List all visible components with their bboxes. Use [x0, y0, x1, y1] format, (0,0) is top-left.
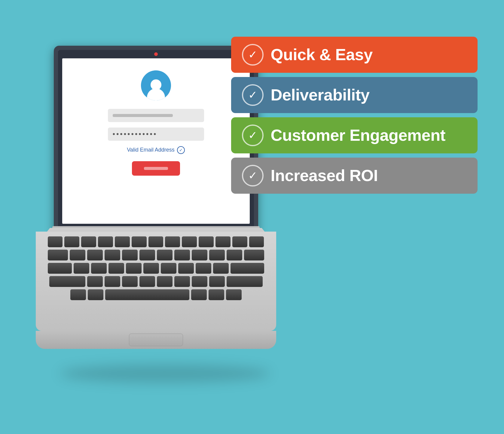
key	[157, 276, 173, 287]
badge-customer-engagement: ✓ Customer Engagement	[231, 117, 478, 153]
key	[196, 263, 211, 274]
key	[139, 250, 155, 260]
key	[88, 289, 103, 300]
badge-deliverability: ✓ Deliverability	[231, 77, 478, 113]
keyboard-row-4	[48, 276, 264, 287]
keyboard-row-5	[48, 289, 264, 300]
badge-increased-roi: ✓ Increased ROI	[231, 158, 478, 194]
trackpad[interactable]	[129, 334, 183, 346]
key	[91, 263, 107, 274]
key	[161, 263, 176, 274]
spacebar-key	[105, 289, 189, 300]
increased-roi-label: Increased ROI	[271, 167, 378, 184]
submit-button-label	[144, 167, 168, 170]
laptop-screen: •••••••••••• Valid Email Address ✓	[62, 58, 250, 224]
key	[143, 263, 159, 274]
quick-easy-label: Quick & Easy	[271, 46, 373, 63]
check-icon: ✓	[248, 49, 257, 60]
key	[48, 250, 68, 260]
valid-email-label: Valid Email Address	[127, 147, 175, 153]
trackpad-area	[36, 331, 276, 349]
username-field[interactable]	[108, 109, 204, 122]
key	[209, 276, 225, 287]
key	[49, 276, 85, 287]
key	[192, 250, 207, 260]
keyboard-row-1	[48, 236, 264, 247]
key	[191, 289, 207, 300]
key	[232, 236, 247, 247]
valid-email-row: Valid Email Address ✓	[127, 146, 185, 154]
key	[226, 289, 242, 300]
key	[115, 236, 130, 247]
deliverability-label: Deliverability	[271, 86, 370, 104]
avatar	[141, 70, 171, 100]
key	[87, 250, 103, 260]
keyboard	[36, 232, 276, 331]
key	[108, 263, 124, 274]
check-icon: ✓	[248, 130, 257, 141]
key	[174, 276, 190, 287]
password-dots: ••••••••••••	[113, 130, 157, 138]
key	[105, 276, 120, 287]
key	[209, 250, 225, 260]
avatar-body	[147, 88, 165, 100]
key	[70, 250, 85, 260]
key	[157, 250, 173, 260]
laptop-screen-body: •••••••••••• Valid Email Address ✓	[54, 46, 258, 232]
key	[48, 236, 63, 247]
key	[209, 289, 224, 300]
key	[81, 236, 96, 247]
badges-panel: ✓ Quick & Easy ✓ Deliverability ✓ Custom…	[231, 37, 478, 194]
scene: •••••••••••• Valid Email Address ✓	[27, 22, 478, 413]
key	[199, 236, 214, 247]
keyboard-row-2	[48, 250, 264, 260]
submit-button[interactable]	[132, 161, 180, 176]
key	[139, 276, 155, 287]
key	[64, 236, 79, 247]
quick-easy-check-icon: ✓	[242, 44, 264, 66]
key	[231, 263, 264, 274]
key	[122, 276, 138, 287]
key	[174, 250, 190, 260]
valid-email-check-icon: ✓	[177, 146, 185, 154]
key	[48, 263, 72, 274]
key	[105, 250, 120, 260]
key	[132, 236, 147, 247]
key	[70, 289, 86, 300]
key	[192, 276, 207, 287]
increased-roi-check-icon: ✓	[242, 165, 264, 186]
password-field[interactable]: ••••••••••••	[108, 128, 204, 141]
key	[215, 236, 231, 247]
deliverability-check-icon: ✓	[242, 84, 264, 106]
key	[74, 263, 89, 274]
screen-bezel: •••••••••••• Valid Email Address ✓	[58, 50, 254, 228]
key	[87, 276, 103, 287]
key	[148, 236, 163, 247]
key	[227, 250, 242, 260]
key	[165, 236, 180, 247]
badge-quick-easy: ✓ Quick & Easy	[231, 37, 478, 73]
key	[122, 250, 138, 260]
laptop-camera	[154, 52, 158, 56]
key	[98, 236, 113, 247]
check-icon: ✓	[248, 170, 257, 181]
avatar-person	[147, 79, 165, 100]
customer-engagement-label: Customer Engagement	[271, 126, 446, 144]
key	[178, 263, 194, 274]
key	[182, 236, 197, 247]
customer-engagement-check-icon: ✓	[242, 125, 264, 146]
key	[227, 276, 263, 287]
keyboard-area	[36, 232, 276, 346]
key	[213, 263, 229, 274]
key	[249, 236, 264, 247]
key	[244, 250, 264, 260]
username-placeholder	[113, 114, 173, 117]
laptop-shadow	[60, 365, 270, 383]
key	[126, 263, 142, 274]
check-icon: ✓	[248, 90, 257, 100]
keyboard-row-3	[48, 263, 264, 274]
